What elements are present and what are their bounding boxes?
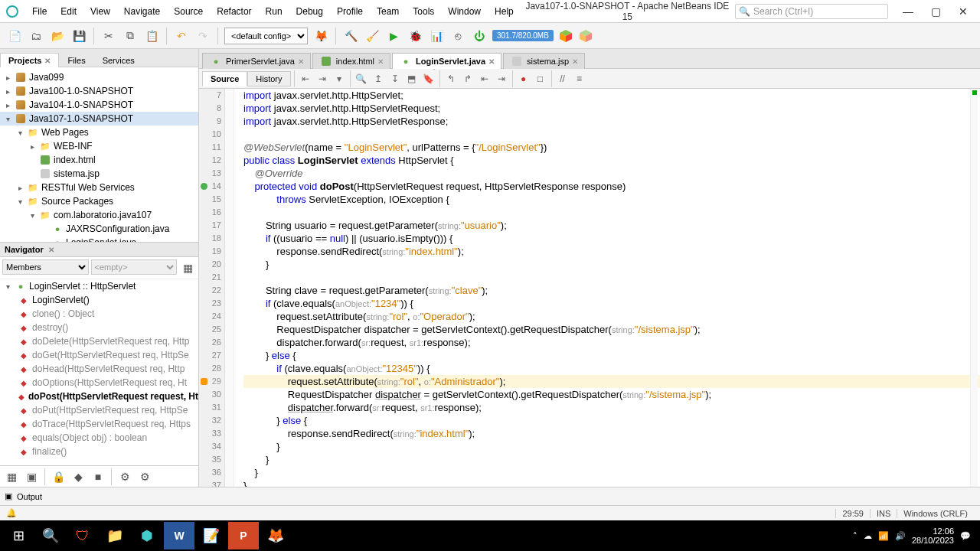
navigator-filter-select[interactable]: <empty> — [91, 259, 178, 275]
next-error-icon[interactable]: ↧ — [387, 71, 403, 86]
panel-tab-files[interactable]: Files — [59, 53, 93, 67]
explorer-icon[interactable]: 📁 — [100, 522, 130, 549]
nav-back-icon[interactable]: ⇤ — [298, 71, 313, 86]
shift-left-icon[interactable]: ⇤ — [477, 71, 492, 86]
navigator-item[interactable]: equals(Object obj) : boolean — [0, 431, 198, 445]
comment-icon[interactable]: // — [555, 71, 570, 86]
tray-chevron-icon[interactable]: ˄ — [853, 531, 858, 541]
redo-icon[interactable]: ↷ — [194, 28, 211, 44]
tree-item[interactable]: ▸RESTful Web Services — [0, 181, 198, 194]
menu-debug[interactable]: Debug — [290, 3, 329, 20]
nav-dropdown-icon[interactable]: ▾ — [332, 71, 347, 86]
find-icon[interactable]: 🔍 — [354, 71, 369, 86]
projects-tree[interactable]: ▸Java099▸Java100-1.0-SNAPSHOT▸Java104-1.… — [0, 67, 198, 242]
new-project-icon[interactable]: 🗂 — [28, 28, 44, 44]
build-icon[interactable]: 🔨 — [342, 28, 359, 44]
panel-tab-projects[interactable]: Projects✕ — [0, 53, 59, 67]
nav-fwd-icon[interactable]: ⇥ — [315, 71, 330, 86]
attach-debugger-icon[interactable]: ⎋ — [449, 28, 466, 44]
navigator-item[interactable]: doPut(HttpServletRequest req, HttpSe — [0, 403, 198, 417]
toggle-highlight-icon[interactable]: ⬒ — [404, 71, 420, 86]
navigator-item[interactable]: destroy() — [0, 321, 198, 334]
open-project-icon[interactable]: 📂 — [49, 28, 66, 44]
notifications-icon[interactable]: 💬 — [960, 531, 971, 541]
navigator-item[interactable]: clone() : Object — [0, 307, 198, 321]
editor-tab[interactable]: LoginServlet.java✕ — [392, 53, 501, 69]
code-editor[interactable]: 7891011121314151617181920212223242526272… — [199, 89, 980, 487]
tree-item[interactable]: ▾Source Packages — [0, 194, 198, 208]
run-config-select[interactable]: <default config> — [224, 28, 308, 44]
editor-tab[interactable]: index.html✕ — [312, 53, 390, 69]
navigator-close-icon[interactable]: ✕ — [48, 246, 54, 254]
tree-item[interactable]: ▸Java100-1.0-SNAPSHOT — [0, 84, 198, 98]
menu-view[interactable]: View — [84, 3, 116, 20]
menu-navigate[interactable]: Navigate — [118, 3, 166, 20]
menu-run[interactable]: Run — [260, 3, 289, 20]
nav-filter-icon[interactable]: ▣ — [23, 468, 40, 485]
brave-icon[interactable]: 🛡 — [67, 522, 98, 549]
cube-icon-2[interactable] — [578, 28, 593, 44]
firefox-icon[interactable]: 🦊 — [260, 522, 291, 549]
close-button[interactable]: ✕ — [952, 4, 974, 19]
tree-item[interactable]: ▾Web Pages — [0, 126, 198, 139]
tree-item[interactable]: LoginServlet.java — [0, 236, 198, 242]
tray-cloud-icon[interactable]: ☁ — [864, 531, 872, 541]
shift-right-icon[interactable]: ⇥ — [494, 71, 509, 86]
toggle-bookmark-icon[interactable]: 🔖 — [421, 71, 436, 86]
new-file-icon[interactable]: 📄 — [6, 28, 23, 44]
tray-wifi-icon[interactable]: 📶 — [878, 531, 889, 541]
navigator-item[interactable]: doDelete(HttpServletRequest req, Http — [0, 334, 198, 348]
editor-tab[interactable]: sistema.jsp✕ — [503, 53, 585, 69]
menu-edit[interactable]: Edit — [54, 3, 83, 20]
menu-source[interactable]: Source — [168, 3, 209, 20]
nav-filter-icon[interactable]: ◆ — [70, 468, 87, 485]
menu-tools[interactable]: Tools — [407, 3, 440, 20]
tree-item[interactable]: index.html — [0, 153, 198, 167]
editor-tab[interactable]: PrimerServlet.java✕ — [202, 53, 311, 69]
minimize-button[interactable]: ― — [897, 4, 919, 19]
run-icon[interactable]: ▶ — [385, 28, 402, 44]
navigator-item[interactable]: doGet(HttpServletRequest req, HttpSe — [0, 348, 198, 362]
powerpoint-icon[interactable]: P — [228, 522, 259, 549]
global-search-input[interactable]: 🔍 Search (Ctrl+I) — [735, 4, 888, 19]
nav-filter-icon[interactable]: 🔒 — [50, 468, 67, 485]
clean-build-icon[interactable]: 🧹 — [364, 28, 381, 44]
browser-icon[interactable]: 🦊 — [312, 28, 329, 44]
menu-file[interactable]: File — [26, 3, 53, 20]
prev-error-icon[interactable]: ↥ — [371, 71, 386, 86]
navigator-item[interactable]: doTrace(HttpServletRequest req, Https — [0, 417, 198, 431]
nav-filter-icon[interactable]: ⚙ — [136, 468, 153, 485]
navigator-item[interactable]: doHead(HttpServletRequest req, Http — [0, 362, 198, 376]
start-button[interactable]: ⊞ — [3, 522, 34, 549]
error-stripe[interactable] — [970, 89, 978, 487]
navigator-item[interactable]: LoginServlet() — [0, 293, 198, 307]
stop-macro-icon[interactable]: □ — [533, 71, 548, 86]
uncomment-icon[interactable]: ≡ — [572, 71, 587, 86]
copy-icon[interactable]: ⧉ — [122, 28, 139, 44]
menu-profile[interactable]: Profile — [331, 3, 369, 20]
notification-icon[interactable]: 🔔 — [6, 508, 17, 518]
sub-tab-history[interactable]: History — [247, 71, 290, 86]
nav-filter-icon[interactable]: ▦ — [3, 468, 20, 485]
start-macro-icon[interactable]: ● — [516, 71, 531, 86]
navigator-tree[interactable]: ▾ LoginServlet :: HttpServlet LoginServl… — [0, 279, 198, 465]
tree-item[interactable]: sistema.jsp — [0, 167, 198, 181]
navigator-item[interactable]: doPost(HttpServletRequest request, Ht — [0, 390, 198, 403]
paste-icon[interactable]: 📋 — [143, 28, 160, 44]
nav-filter-icon[interactable]: ⚙ — [116, 468, 133, 485]
word-icon[interactable]: W — [164, 522, 194, 549]
tree-item[interactable]: JAXRSConfiguration.java — [0, 222, 198, 236]
debug-icon[interactable]: 🐞 — [407, 28, 423, 44]
memory-badge[interactable]: 301.7/820.0MB — [492, 30, 554, 41]
stop-icon[interactable]: ⏻ — [471, 28, 488, 44]
navigator-filters-icon[interactable]: ▦ — [179, 259, 196, 276]
app-icon[interactable]: ⬢ — [132, 522, 162, 549]
output-tab[interactable]: ▣ Output — [0, 487, 980, 505]
notepadpp-icon[interactable]: 📝 — [196, 522, 227, 549]
sub-tab-source[interactable]: Source — [202, 71, 247, 86]
menu-refactor[interactable]: Refactor — [211, 3, 257, 20]
profile-icon[interactable]: 📊 — [428, 28, 445, 44]
tree-item[interactable]: ▸WEB-INF — [0, 139, 198, 153]
prev-bookmark-icon[interactable]: ↰ — [443, 71, 459, 86]
cube-icon-1[interactable] — [558, 28, 573, 44]
